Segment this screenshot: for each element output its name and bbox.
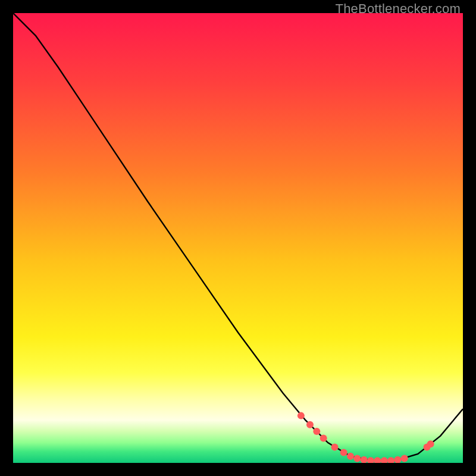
curve-marker: [353, 455, 361, 462]
curve-marker: [427, 440, 434, 447]
chart-plot: [13, 13, 463, 463]
chart-frame: [13, 13, 463, 463]
curve-marker: [298, 412, 305, 419]
curve-marker: [313, 428, 320, 435]
curve-marker: [401, 455, 408, 462]
watermark-text: TheBottlenecker.com: [336, 1, 461, 17]
curve-marker: [347, 453, 354, 460]
curve-marker: [306, 421, 314, 428]
curve-marker: [320, 434, 327, 441]
gradient-background: [13, 13, 463, 463]
curve-marker: [340, 449, 347, 456]
curve-marker: [331, 444, 339, 451]
